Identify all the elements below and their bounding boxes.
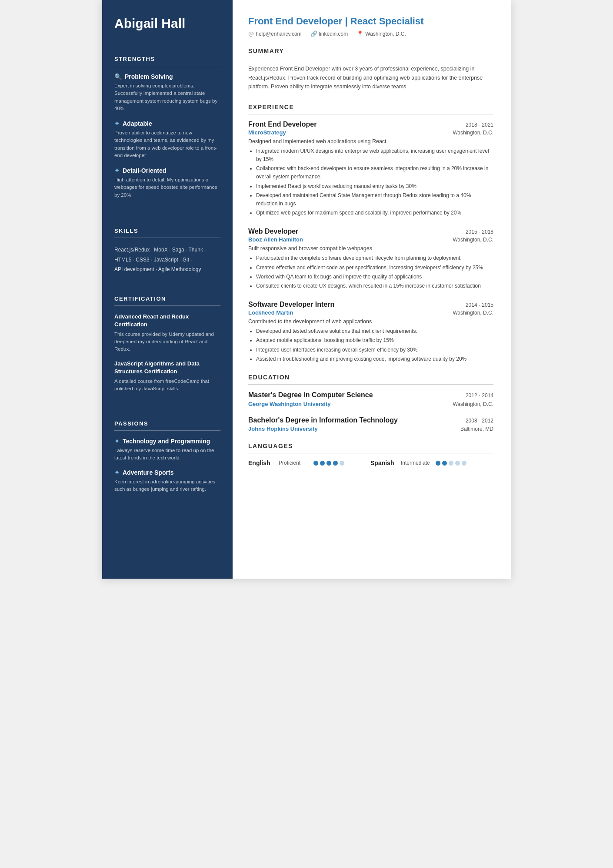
dot-2 bbox=[442, 461, 447, 466]
languages-section: LANGUAGES English Proficient Spanish bbox=[248, 442, 493, 466]
dot-4 bbox=[455, 461, 460, 466]
certification-section: CERTIFICATION Advanced React and Redux C… bbox=[114, 285, 220, 399]
exp-subheader-booz-allen: Booz Allen Hamilton Washington, D.C. bbox=[248, 236, 493, 243]
strength-desc-problem-solving: Expert in solving complex problems. Succ… bbox=[114, 82, 220, 112]
dot-1 bbox=[313, 461, 318, 466]
education-title: EDUCATION bbox=[248, 374, 493, 381]
passion-desc-adventure: Keen interest in adrenaline-pumping acti… bbox=[114, 478, 220, 493]
bullet-item: Consulted clients to create UX designs, … bbox=[256, 282, 493, 290]
cert-desc-react-redux: This course provided by Udemy updated an… bbox=[114, 331, 220, 353]
skills-section: SKILLS React.js/Redux · MobX · Saga · Th… bbox=[114, 217, 220, 275]
exp-location-booz-allen: Washington, D.C. bbox=[453, 237, 493, 243]
strength-title-detail-oriented: ✦ Detail-Oriented bbox=[114, 167, 220, 174]
cert-title-react-redux: Advanced React and Redux Certification bbox=[114, 313, 220, 328]
passion-desc-tech: I always reserve some time to read up on… bbox=[114, 447, 220, 462]
strengths-divider bbox=[114, 66, 220, 66]
bullet-item: Integrated modern UI/UX designs into ent… bbox=[256, 147, 493, 164]
strength-desc-detail-oriented: High attention to detail. My optimizatio… bbox=[114, 176, 220, 199]
summary-divider bbox=[248, 58, 493, 58]
cert-desc-js-algorithms: A detailed course from freeCodeCamp that… bbox=[114, 378, 220, 393]
experience-divider bbox=[248, 114, 493, 114]
dot-2 bbox=[320, 461, 325, 466]
summary-title: SUMMARY bbox=[248, 47, 493, 54]
edu-degree-george-washington: Master's Degree in Computer Science bbox=[248, 391, 373, 400]
experience-section: EXPERIENCE Front End Developer 2018 - 20… bbox=[248, 104, 493, 363]
exp-dates-booz-allen: 2015 - 2018 bbox=[466, 229, 493, 235]
strength-desc-adaptable: Proven ability to acclimatize to new tec… bbox=[114, 129, 220, 159]
bullet-item: Adapted mobile applications, boosting mo… bbox=[256, 336, 493, 345]
exp-bullets-lockheed: Developed and tested software solutions … bbox=[248, 327, 493, 363]
edu-location-george-washington: Washington, D.C. bbox=[453, 401, 493, 407]
passion-title-tech: ✦ Technology and Programming bbox=[114, 438, 220, 445]
sidebar: Abigail Hall STRENGTHS 🔍 Problem Solving… bbox=[102, 0, 233, 579]
location-icon: 📍 bbox=[356, 30, 363, 37]
edu-header-johns-hopkins: Bachelor's Degree in Information Technol… bbox=[248, 416, 493, 425]
exp-subheader-microstrategy: MicroStrategy Washington, D.C. bbox=[248, 129, 493, 136]
tech-icon: ✦ bbox=[114, 438, 120, 445]
experience-title: EXPERIENCE bbox=[248, 104, 493, 111]
strengths-section: STRENGTHS 🔍 Problem Solving Expert in so… bbox=[114, 45, 220, 207]
edu-degree-johns-hopkins: Bachelor's Degree in Information Technol… bbox=[248, 416, 398, 425]
exp-item-lockheed: Software Developer Intern 2014 - 2015 Lo… bbox=[248, 301, 493, 363]
edu-header-george-washington: Master's Degree in Computer Science 2012… bbox=[248, 391, 493, 400]
cert-title-js-algorithms: JavaScript Algorithms and Data Structure… bbox=[114, 360, 220, 375]
exp-bullets-booz-allen: Participated in the complete software de… bbox=[248, 254, 493, 290]
lang-dots-english bbox=[313, 461, 344, 466]
dot-4 bbox=[333, 461, 338, 466]
edu-dates-george-washington: 2012 - 2014 bbox=[466, 392, 493, 399]
strength-item-problem-solving: 🔍 Problem Solving Expert in solving comp… bbox=[114, 73, 220, 112]
lang-name-spanish: Spanish bbox=[370, 459, 396, 466]
skills-divider bbox=[114, 238, 220, 238]
cert-item-js-algorithms: JavaScript Algorithms and Data Structure… bbox=[114, 360, 220, 392]
exp-company-lockheed: Lockheed Martin bbox=[248, 309, 293, 316]
exp-dates-microstrategy: 2018 - 2021 bbox=[466, 122, 493, 128]
contact-location: 📍 Washington, D.C. bbox=[356, 30, 406, 37]
resume: Abigail Hall STRENGTHS 🔍 Problem Solving… bbox=[102, 0, 511, 579]
bullet-item: Developed and maintained Central State M… bbox=[256, 191, 493, 208]
languages-row: English Proficient Spanish Intermediate bbox=[248, 459, 493, 466]
exp-location-microstrategy: Washington, D.C. bbox=[453, 130, 493, 136]
lang-item-spanish: Spanish Intermediate bbox=[370, 459, 466, 466]
languages-divider bbox=[248, 453, 493, 453]
passion-title-adventure: ✦ Adventure Sports bbox=[114, 469, 220, 476]
dot-5 bbox=[462, 461, 466, 466]
exp-bullets-microstrategy: Integrated modern UI/UX designs into ent… bbox=[248, 147, 493, 218]
dot-5 bbox=[340, 461, 344, 466]
exp-dates-lockheed: 2014 - 2015 bbox=[466, 302, 493, 308]
exp-company-microstrategy: MicroStrategy bbox=[248, 129, 286, 136]
edu-item-george-washington: Master's Degree in Computer Science 2012… bbox=[248, 391, 493, 407]
passions-title: PASSIONS bbox=[114, 420, 220, 427]
dot-1 bbox=[436, 461, 440, 466]
education-section: EDUCATION Master's Degree in Computer Sc… bbox=[248, 374, 493, 432]
adventure-icon: ✦ bbox=[114, 469, 120, 476]
candidate-name: Abigail Hall bbox=[114, 16, 220, 31]
strengths-title: STRENGTHS bbox=[114, 56, 220, 62]
bullet-item: Optimized web pages for maximum speed an… bbox=[256, 209, 493, 217]
edu-school-johns-hopkins: Johns Hopkins University bbox=[248, 426, 318, 432]
bullet-item: Participated in the complete software de… bbox=[256, 254, 493, 262]
bullet-item: Integrated user-interfaces increasing ov… bbox=[256, 346, 493, 354]
strength-title-adaptable: ✦ Adaptable bbox=[114, 120, 220, 127]
exp-subheader-lockheed: Lockheed Martin Washington, D.C. bbox=[248, 309, 493, 316]
exp-company-booz-allen: Booz Allen Hamilton bbox=[248, 236, 303, 243]
exp-role-microstrategy: Front End Developer bbox=[248, 121, 316, 128]
exp-item-booz-allen: Web Developer 2015 - 2018 Booz Allen Ham… bbox=[248, 228, 493, 290]
bullet-item: Implemented React.js workflows reducing … bbox=[256, 182, 493, 191]
exp-intro-lockheed: Contributed to the development of web ap… bbox=[248, 318, 493, 325]
certification-title: CERTIFICATION bbox=[114, 295, 220, 302]
lang-item-english: English Proficient bbox=[248, 459, 344, 466]
skills-line-1: React.js/Redux · MobX · Saga · Thunk · H… bbox=[114, 245, 220, 275]
passions-section: PASSIONS ✦ Technology and Programming I … bbox=[114, 410, 220, 500]
cert-item-react-redux: Advanced React and Redux Certification T… bbox=[114, 313, 220, 353]
bullet-item: Worked with QA team to fix bugs and impr… bbox=[256, 273, 493, 281]
detail-oriented-icon: ✦ bbox=[114, 167, 120, 174]
bullet-item: Collaborated with back-end developers to… bbox=[256, 164, 493, 181]
exp-header-microstrategy: Front End Developer 2018 - 2021 bbox=[248, 121, 493, 128]
edu-location-johns-hopkins: Baltimore, MD bbox=[460, 426, 493, 432]
lang-level-english: Proficient bbox=[279, 460, 309, 466]
linkedin-icon: 🔗 bbox=[310, 30, 317, 37]
bullet-item: Assisted in troubleshooting and improvin… bbox=[256, 355, 493, 363]
lang-dots-spanish bbox=[436, 461, 466, 466]
strength-title-problem-solving: 🔍 Problem Solving bbox=[114, 73, 220, 80]
passion-item-adventure: ✦ Adventure Sports Keen interest in adre… bbox=[114, 469, 220, 493]
